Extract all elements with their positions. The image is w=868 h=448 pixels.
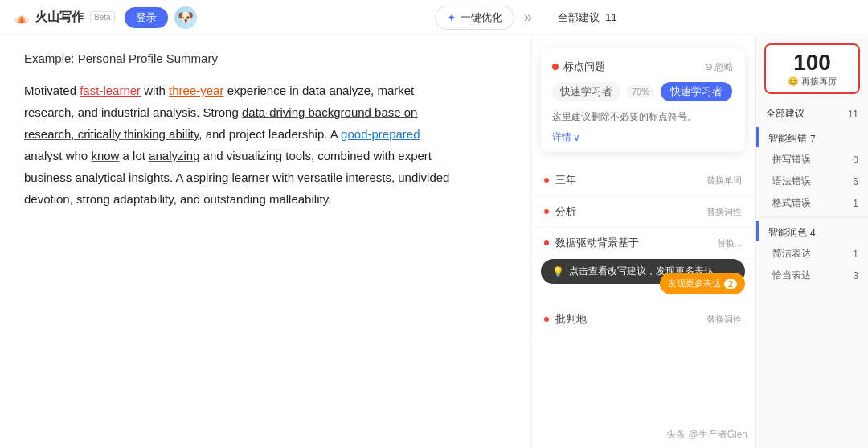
concise-category[interactable]: 简洁表达 1: [756, 243, 868, 265]
word-original: 快速学习者: [552, 82, 620, 101]
smart-correction-count: 7: [810, 134, 816, 145]
score-label-text: 再接再厉: [801, 76, 837, 86]
highlight-three-year: three-year: [169, 84, 223, 97]
format-category[interactable]: 格式错误 1: [756, 192, 868, 214]
suggestion-prefix: 全部建议: [558, 11, 600, 23]
logo-icon: [13, 9, 31, 27]
avatar[interactable]: 🐶: [174, 6, 197, 29]
card-header: 标点问题 ⊖ 忽略: [552, 60, 734, 74]
app-header: 火山写作 Beta 登录 🐶 ✦ 一键优化 » 全部建议 11: [0, 0, 868, 35]
item-dot-icon-0: [544, 178, 549, 183]
grammar-count: 6: [853, 176, 858, 187]
discover-more-button[interactable]: 发现更多表达 2: [660, 273, 745, 294]
item-dot-icon-3: [544, 317, 549, 322]
score-label: 😊 再接再厉: [772, 76, 852, 88]
format-count: 1: [853, 198, 858, 209]
app-name: 火山写作: [35, 10, 84, 25]
middle-panel: 标点问题 ⊖ 忽略 快速学习者 70% 快速学习者 这里建议删除不必要的标点符号…: [530, 35, 755, 448]
optimize-button[interactable]: ✦ 一键优化: [435, 6, 514, 30]
grammar-label: 语法错误: [772, 175, 811, 188]
concise-count: 1: [853, 249, 858, 260]
main-area: Example: Personal Profile Summary Motiva…: [0, 35, 868, 448]
card-detail-text: 详情: [552, 130, 571, 144]
list-item-3[interactable]: 批判地 替换词性: [531, 304, 755, 335]
suggestion-count-header: 全部建议 11: [558, 10, 617, 25]
all-suggestions-row[interactable]: 全部建议 11: [756, 104, 868, 124]
item-text-3: 批判地: [555, 312, 703, 327]
sparkle-icon: ✦: [447, 11, 457, 24]
card-ignore-label: 忽略: [714, 60, 734, 74]
smart-tone-count: 4: [810, 228, 816, 239]
spelling-label: 拼写错误: [772, 153, 811, 166]
spelling-count: 0: [853, 154, 858, 166]
beta-badge: Beta: [90, 11, 115, 23]
editor-area[interactable]: Example: Personal Profile Summary Motiva…: [0, 35, 530, 448]
item-text-1: 分析: [555, 204, 703, 219]
logo-area: 火山写作 Beta: [13, 9, 115, 27]
list-item-1[interactable]: 分析 替换词性: [531, 196, 755, 228]
doc-title: Example: Personal Profile Summary: [24, 51, 506, 65]
smart-tone-label: 智能润色: [768, 226, 807, 240]
all-suggestions-count: 11: [848, 109, 858, 120]
chevron-down-icon: ∨: [573, 132, 580, 143]
suggestion-card: 标点问题 ⊖ 忽略 快速学习者 70% 快速学习者 这里建议删除不必要的标点符号…: [541, 48, 745, 152]
smart-correction-label: 智能纠错: [768, 132, 807, 146]
discover-label: 发现更多表达: [668, 277, 721, 290]
format-label: 格式错误: [772, 196, 811, 210]
highlight-know: know: [91, 149, 119, 162]
right-panel: 100 😊 再接再厉 全部建议 11 智能纠错 7 拼写错误 0 语法错误 6 …: [755, 35, 868, 448]
all-suggestions-label: 全部建议: [766, 107, 805, 121]
grammar-category[interactable]: 语法错误 6: [756, 171, 868, 192]
item-tag-1: 替换词性: [706, 206, 742, 218]
list-item-2[interactable]: 数据驱动背景基于 替换...: [531, 228, 755, 259]
highlight-analyzing: analyzing: [149, 149, 199, 162]
card-detail-link[interactable]: 详情 ∨: [552, 130, 734, 144]
circle-icon: ⊖: [705, 61, 713, 72]
item-text-0: 三年: [555, 173, 703, 187]
item-tag-2: 替换...: [717, 237, 742, 249]
item-dot-icon-2: [544, 240, 549, 245]
discover-badge: 2: [724, 279, 737, 289]
suggestion-number: 11: [605, 11, 616, 23]
word-comparison-row: 快速学习者 70% 快速学习者: [552, 82, 734, 101]
apt-count: 3: [853, 270, 858, 282]
card-dot-icon: [552, 64, 559, 70]
card-title-text: 标点问题: [563, 60, 605, 74]
header-center: ✦ 一键优化 » 全部建议 11: [197, 6, 855, 30]
item-dot-icon-1: [544, 209, 549, 214]
card-description: 这里建议删除不必要的标点符号。: [552, 109, 734, 124]
apt-category[interactable]: 恰当表达 3: [756, 265, 868, 286]
highlight-good-prepared: good-prepared: [341, 127, 420, 141]
apt-label: 恰当表达: [772, 269, 811, 282]
smile-icon: 😊: [788, 76, 799, 86]
score-box: 100 😊 再接再厉: [764, 43, 860, 94]
tooltip-area: 数据驱动背景基于 替换... 💡 点击查看改写建议，发现更多表达 发现更多表达 …: [531, 228, 755, 294]
spelling-category[interactable]: 拼写错误 0: [756, 149, 868, 171]
word-suggested[interactable]: 快速学习者: [661, 82, 732, 101]
score-number: 100: [772, 50, 852, 76]
concise-label: 简洁表达: [772, 247, 811, 261]
login-button[interactable]: 登录: [125, 7, 168, 28]
item-tag-3: 替换词性: [706, 314, 742, 326]
smart-tone-section: 智能润色 4: [756, 221, 868, 241]
card-ignore-button[interactable]: ⊖ 忽略: [705, 60, 734, 74]
highlight-fast-learner: fast-learner: [80, 84, 141, 97]
list-item-0[interactable]: 三年 替换单词: [531, 165, 755, 196]
highlight-analytical: analytical: [75, 171, 125, 184]
item-tag-0: 替换单词: [706, 175, 742, 187]
optimize-label: 一键优化: [461, 10, 502, 25]
more-button[interactable]: »: [521, 9, 535, 26]
smart-correction-section: 智能纠错 7: [756, 127, 868, 147]
watermark: 头条 @生产者Glen: [666, 428, 747, 442]
item-text-2: 数据驱动背景基于: [555, 236, 714, 250]
doc-content: Motivated fast-learner with three-year e…: [24, 80, 458, 210]
card-title: 标点问题: [552, 60, 605, 74]
word-score: 70%: [627, 85, 654, 98]
divider-1: [756, 217, 868, 218]
